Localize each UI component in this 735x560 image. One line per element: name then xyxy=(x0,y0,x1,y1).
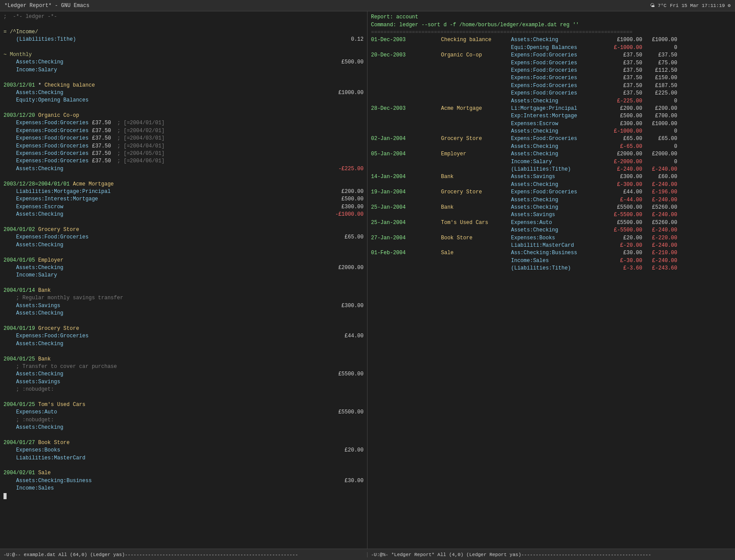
left-line: Expenses:Auto£5500.00 xyxy=(4,409,364,416)
rp-row: 20-Dec-2003Organic Co-opExpens:Food:Groc… xyxy=(371,52,732,59)
rp-row: Expens:Food:Groceries£37.50£75.00 xyxy=(371,60,732,67)
left-line: Expenses:Food:Groceries£37.50 ; [=2004/0… xyxy=(4,119,364,127)
rp-row: Expens:Food:Groceries£37.50£150.00 xyxy=(371,74,732,82)
rp-separator: ========================================… xyxy=(371,29,732,36)
rp-row: Assets:Savings£-5500.00£-240.00 xyxy=(371,211,732,219)
left-line: Equity:Opening Balances xyxy=(4,97,364,104)
rp-row: Expens:Food:Groceries£37.50£112.50 xyxy=(371,67,732,74)
left-line xyxy=(4,74,364,81)
title-bar: *Ledger Report* - GNU Emacs 🌤 7°C Fri 15… xyxy=(0,0,735,11)
left-line: 2004/01/27 Book Store xyxy=(4,439,364,447)
rp-row: Income:Sales£-30.00£-240.00 xyxy=(371,257,732,265)
left-line: Expenses:Food:Groceries£37.50 ; [=2004/0… xyxy=(4,150,364,158)
rp-row: Assets:Checking£-5500.00£-240.00 xyxy=(371,227,732,234)
right-pane[interactable]: Report: accountCommand: ledger --sort d … xyxy=(368,11,735,549)
rp-row: 14-Jan-2004BankAssets:Savings£300.00£60.… xyxy=(371,173,732,181)
left-line xyxy=(4,249,364,256)
weather-info: 🌤 7°C xyxy=(650,3,666,8)
left-line: Assets:Checking:Business£30.00 xyxy=(4,477,364,485)
left-line: 2004/01/05 Employer xyxy=(4,257,364,264)
left-line: ; -*- ledger -*- xyxy=(4,13,364,21)
window-title: *Ledger Report* - GNU Emacs xyxy=(4,3,89,9)
left-line: Assets:Checking xyxy=(4,310,364,317)
left-line xyxy=(4,431,364,439)
left-line xyxy=(4,280,364,287)
left-line: Income:Sales xyxy=(4,485,364,492)
left-line xyxy=(4,173,364,180)
left-line: Liabilities:Mortgage:Principal£200.00 xyxy=(4,188,364,196)
rp-row: 27-Jan-2004Book StoreExpenses:Books£20.0… xyxy=(371,234,732,242)
left-line: Assets:Checking xyxy=(4,340,364,348)
left-line: Liabilities:MasterCard xyxy=(4,455,364,462)
rp-row: Income:Salary£-2000.000 xyxy=(371,158,732,166)
left-line: Assets:Checking xyxy=(4,242,364,249)
rp-row: Expenses:Escrow£300.00£1000.00 xyxy=(371,120,732,128)
left-line: Assets:Savings£300.00 xyxy=(4,302,364,310)
left-line: ; :nobudget: xyxy=(4,386,364,393)
left-line: Assets:Checking xyxy=(4,424,364,431)
rp-row: 19-Jan-2004Grocery StoreExpens:Food:Groc… xyxy=(371,189,732,196)
left-line xyxy=(4,44,364,51)
rp-row: 25-Jan-2004Tom's Used CarsExpenses:Auto£… xyxy=(371,219,732,227)
left-line: 2004/01/19 Grocery Store xyxy=(4,325,364,332)
status-bar: -U:@-- example.dat All (64,0) (Ledger ya… xyxy=(0,549,735,560)
left-line: ; :nobudget: xyxy=(4,416,364,424)
left-line xyxy=(4,219,364,226)
rp-row: Expens:Food:Groceries£37.50£225.00 xyxy=(371,90,732,97)
left-line: 2003/12/28=2004/01/01 Acme Mortgage xyxy=(4,181,364,188)
left-line xyxy=(4,105,364,112)
left-line: Assets:Checking£5500.00 xyxy=(4,371,364,378)
left-line: Assets:Checking-£1000.00 xyxy=(4,211,364,218)
rp-row: Equi:Opening Balances£-1000.000 xyxy=(371,44,732,52)
main-area: ; -*- ledger -*- = /^Income/ (Liabilitie… xyxy=(0,11,735,549)
left-line: Assets:Checking£2000.00 xyxy=(4,264,364,272)
rp-row: (Liabilities:Tithe)£-240.00£-240.00 xyxy=(371,166,732,173)
system-info: 🌤 7°C Fri 15 Mar 17:11:19 ⚙ xyxy=(650,3,731,8)
left-line xyxy=(4,318,364,325)
left-line: Expenses:Food:Groceries£44.00 xyxy=(4,332,364,340)
rp-row: 05-Jan-2004EmployerAssets:Checking£2000.… xyxy=(371,150,732,158)
left-line: Expenses:Food:Groceries£37.50 ; [=2004/0… xyxy=(4,135,364,142)
left-line: 2004/01/14 Bank xyxy=(4,287,364,294)
left-line: = /^Income/ xyxy=(4,28,364,36)
left-line: Assets:Savings xyxy=(4,378,364,386)
status-left: -U:@-- example.dat All (64,0) (Ledger ya… xyxy=(0,552,368,557)
left-line: ; Transfer to cover car purchase xyxy=(4,363,364,371)
left-line: Expenses:Books£20.00 xyxy=(4,447,364,454)
left-line: 2004/01/02 Grocery Store xyxy=(4,226,364,234)
datetime-info: Fri 15 Mar 17:11:19 ⚙ xyxy=(670,3,731,8)
rp-row: Assets:Checking£-65.000 xyxy=(371,143,732,150)
rp-row: Assets:Checking£-225.000 xyxy=(371,98,732,105)
left-line: 2004/01/25 Tom's Used Cars xyxy=(4,401,364,409)
status-right: -U:@%- *Ledger Report* All (4,0) (Ledger… xyxy=(368,552,735,557)
left-line: ~ Monthly xyxy=(4,51,364,59)
left-line: 2003/12/01 * Checking balance xyxy=(4,82,364,89)
left-line: Expenses:Escrow£300.00 xyxy=(4,203,364,211)
rp-row: (Liabilities:Tithe)£-3.60£-243.60 xyxy=(371,265,732,272)
rp-row: 01-Dec-2003Checking balanceAssets:Checki… xyxy=(371,36,732,44)
rp-row: Liabiliti:MasterCard£-20.00£-240.00 xyxy=(371,242,732,249)
rp-header2: Command: ledger --sort d -f /home/borbus… xyxy=(371,21,732,29)
left-line: Expenses:Food:Groceries£37.50 ; [=2004/0… xyxy=(4,158,364,165)
left-line: Income:Salary xyxy=(4,272,364,279)
rp-header1: Report: account xyxy=(371,13,732,21)
rp-row: 02-Jan-2004Grocery StoreExpens:Food:Groc… xyxy=(371,135,732,143)
left-line: Income:Salary xyxy=(4,66,364,74)
left-pane[interactable]: ; -*- ledger -*- = /^Income/ (Liabilitie… xyxy=(0,11,368,549)
left-line: Expenses:Food:Groceries£37.50 ; [=2004/0… xyxy=(4,127,364,135)
left-line: 2004/01/25 Bank xyxy=(4,356,364,363)
rp-row: Expens:Food:Groceries£37.50£187.50 xyxy=(371,82,732,90)
left-line: Assets:Checking-£225.00 xyxy=(4,165,364,173)
left-line: (Liabilities:Tithe)0.12 xyxy=(4,36,364,43)
left-line: Assets:Checking£1000.00 xyxy=(4,89,364,97)
left-line xyxy=(4,348,364,355)
left-line: Expenses:Interest:Mortgage£500.00 xyxy=(4,196,364,203)
left-line: Expenses:Food:Groceries£65.00 xyxy=(4,234,364,241)
rp-row: Assets:Checking£-44.00£-240.00 xyxy=(371,196,732,204)
rp-row: Assets:Checking£-300.00£-240.00 xyxy=(371,181,732,189)
left-line: Expenses:Food:Groceries£37.50 ; [=2004/0… xyxy=(4,143,364,150)
left-line xyxy=(4,493,364,500)
left-line xyxy=(4,462,364,469)
left-line: Assets:Checking£500.00 xyxy=(4,59,364,66)
rp-row: Assets:Checking£-1000.000 xyxy=(371,128,732,135)
